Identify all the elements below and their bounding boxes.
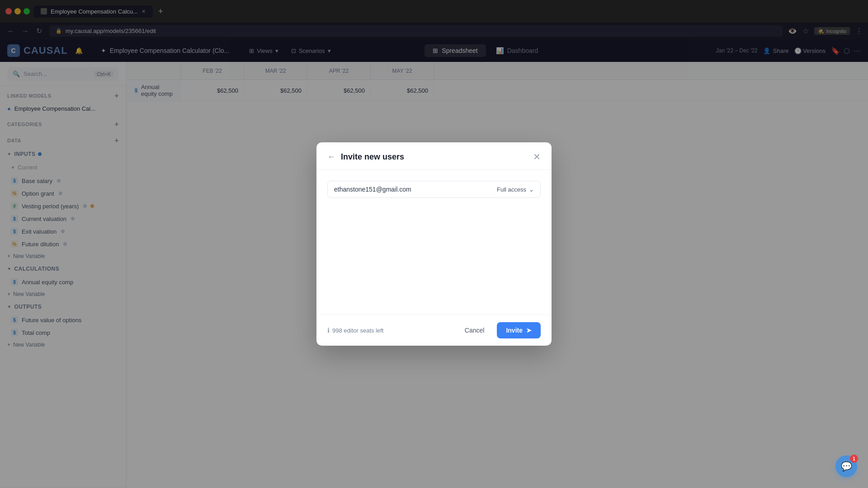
email-row: Full access ⌄ [327,181,541,198]
modal-back-button[interactable]: ← [327,152,335,162]
modal-body: Full access ⌄ [316,170,552,314]
seats-text: 998 editor seats left [332,327,383,334]
access-arrow-icon: ⌄ [529,186,534,193]
modal-footer: ℹ 998 editor seats left Cancel Invite ➤ [316,314,552,346]
invite-label: Invite [506,327,523,334]
info-icon: ℹ [327,327,330,334]
chat-button[interactable]: 💬 1 [835,455,857,477]
access-selector[interactable]: Full access ⌄ [497,186,534,193]
email-input[interactable] [334,186,491,193]
modal-actions: Cancel Invite ➤ [458,322,541,338]
modal-close-button[interactable]: ✕ [533,151,541,162]
chat-icon: 💬 [841,461,852,472]
chat-badge: 1 [850,455,858,463]
invite-modal: ← Invite new users ✕ Full access ⌄ ℹ 998… [316,142,552,346]
modal-header: ← Invite new users ✕ [316,142,552,170]
cancel-button[interactable]: Cancel [458,323,492,338]
invite-send-icon: ➤ [526,327,532,334]
seats-info: ℹ 998 editor seats left [327,327,383,334]
invite-button[interactable]: Invite ➤ [497,322,541,338]
access-label: Full access [497,186,526,193]
modal-backdrop: ← Invite new users ✕ Full access ⌄ ℹ 998… [0,0,868,488]
modal-title: Invite new users [341,152,533,162]
